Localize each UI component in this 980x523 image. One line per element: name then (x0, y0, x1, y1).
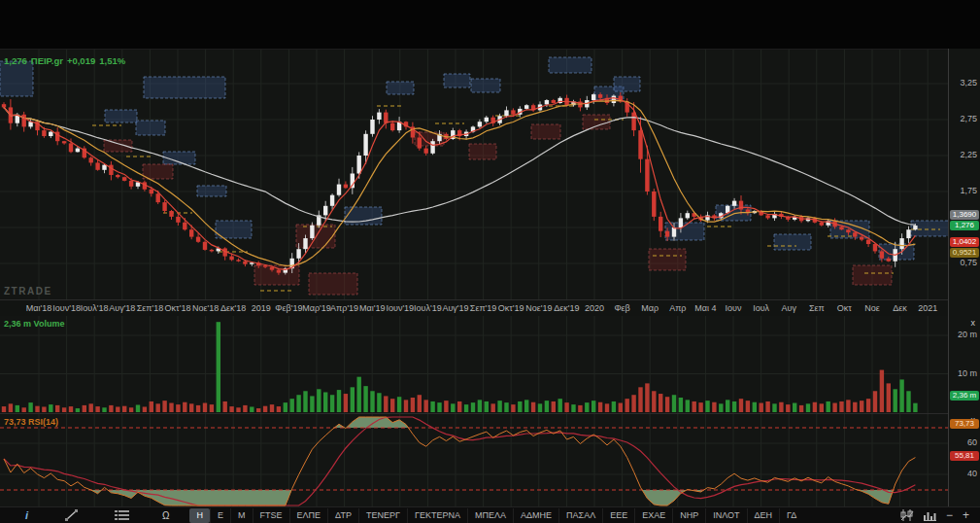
price-chart-canvas[interactable] (0, 50, 949, 300)
bar-chart-icon (924, 510, 936, 521)
date-label: Δεκ'19 (554, 303, 579, 313)
ticker-symbol: ΠΕΙΡ.gr (31, 55, 63, 66)
symbol-tab-Μ[interactable]: Μ (230, 508, 253, 523)
rsi-signal-line (4, 417, 915, 506)
trendline-tool-button[interactable] (59, 508, 84, 522)
last-price: 1,276 (4, 55, 27, 66)
symbol-tab-ΓΔ[interactable]: ΓΔ (779, 508, 803, 523)
candlestick-chart-icon (900, 509, 914, 521)
symbol-tab-Η[interactable]: Η (189, 508, 211, 523)
rsi-canvas[interactable] (0, 414, 949, 508)
chart-view-controls: − + (896, 508, 974, 522)
trendline-icon (65, 509, 78, 521)
price-badge: 1,3690 (950, 210, 979, 220)
symbol-tab-FTSE[interactable]: FTSE (253, 508, 289, 523)
price-badge: 0,9521 (950, 248, 979, 258)
date-label: Δεκ'18 (220, 303, 246, 313)
rsi-name: RSI(14) (28, 417, 58, 427)
symbol-tab-ΕΕΕ[interactable]: ΕΕΕ (602, 508, 634, 523)
grid-icon (115, 510, 129, 520)
price-tick: 2,75 (960, 114, 977, 123)
price-tick: 0,75 (960, 258, 977, 267)
symbol-tab-ΤΕΝΕΡΓ[interactable]: ΤΕΝΕΡΓ (358, 508, 407, 523)
symbol-tab-ΕΛΠΕ[interactable]: ΕΛΠΕ (289, 508, 328, 523)
date-label: Μαι'19 (359, 303, 385, 313)
symbol-tab-ΔΤΡ[interactable]: ΔΤΡ (327, 508, 358, 523)
rsi-tick: 40 (967, 469, 977, 478)
date-label: Ιουν'19 (386, 303, 414, 313)
volume-canvas[interactable] (0, 316, 949, 413)
candlestick-view-button[interactable] (896, 508, 919, 522)
date-label: Ιουν (726, 303, 742, 313)
date-label: Δεκ (893, 303, 907, 313)
symbol-tab-ΝΗΡ[interactable]: ΝΗΡ (672, 508, 705, 523)
watchlist-grid-button[interactable] (109, 508, 135, 522)
volume-close-button[interactable]: x (971, 319, 976, 328)
rsi-value: 73,73 (4, 417, 26, 427)
date-label: Νοε (864, 303, 880, 313)
price-tick: 3,25 (960, 78, 977, 87)
symbol-tab-ΕΧΑΕ[interactable]: ΕΧΑΕ (634, 508, 672, 523)
date-label: Νοε'18 (192, 303, 219, 313)
date-label: 2021 (918, 303, 937, 313)
price-badge: 1,0402 (950, 237, 979, 247)
right-value-axis[interactable]: 3,252,752,251,750,751,36901,2761,04020,9… (948, 49, 980, 507)
date-label: Μαρ'19 (302, 303, 331, 313)
date-label: Μαι 4 (694, 303, 716, 313)
date-label: 2019 (252, 303, 271, 313)
symbol-tab-ΙΝΛΟΤ[interactable]: ΙΝΛΟΤ (705, 508, 746, 523)
rsi-pane: 73,73 RSI(14) (0, 413, 980, 508)
date-label: Αυγ'18 (109, 303, 135, 313)
supply-demand-zones (0, 57, 949, 295)
zoom-out-button[interactable]: − (941, 508, 958, 522)
date-label: Ιουν'18 (52, 303, 81, 313)
volume-tick: 20 m (958, 330, 977, 339)
symbol-tab-ΜΠΕΛΑ[interactable]: ΜΠΕΛΑ (467, 508, 513, 523)
volume-badge: 2,36 m (950, 391, 979, 401)
date-label: Ιουλ'19 (414, 303, 442, 313)
bottom-toolbar: i Ω ΗΕΜFTSEΕΛΠΕΔΤΡΤΕΝΕΡΓΓΕΚΤΕΡΝΑΜΠΕΛΑΑΔΜ… (0, 506, 980, 523)
rsi-tick: 60 (967, 437, 977, 447)
rsi-label: 73,73 RSI(14) (4, 417, 58, 427)
date-label: Μαι'18 (26, 303, 51, 313)
date-label: Αυγ (781, 303, 795, 313)
price-chart-pane: 1,276ΠΕΙΡ.gr+0,0191,51% ZTRADE (0, 49, 980, 300)
date-label: Οκτ (837, 303, 852, 313)
date-label: Νοε'19 (525, 303, 552, 313)
symbol-tab-ΑΔΜΗΕ[interactable]: ΑΔΜΗΕ (513, 508, 558, 523)
date-label: Απρ (669, 303, 686, 313)
date-label: Αυγ'19 (442, 303, 468, 313)
price-change: +0,019 (67, 55, 95, 66)
rsi-badge: 55,81 (950, 451, 979, 461)
zoom-in-button[interactable]: + (958, 508, 974, 522)
trading-app-window: 1,276ΠΕΙΡ.gr+0,0191,51% ZTRADE Μαι'18Ιου… (0, 0, 980, 523)
date-label: Φεβ (614, 303, 629, 313)
volume-tick: 10 m (958, 368, 977, 378)
date-label: Οκτ'18 (165, 303, 191, 313)
date-label: Σεπ'19 (470, 303, 497, 313)
date-label: 2020 (585, 303, 604, 313)
price-change-pct: 1,51% (99, 55, 125, 66)
symbol-tab-ΓΕΚΤΕΡΝΑ[interactable]: ΓΕΚΤΕΡΝΑ (407, 508, 467, 523)
date-label: Ιουλ'18 (81, 303, 109, 313)
symbol-tab-ΔΕΗ[interactable]: ΔΕΗ (747, 508, 780, 523)
date-label: Φεβ'19 (275, 303, 302, 313)
volume-value: 2,36 m (4, 319, 31, 329)
rsi-extreme-fills (91, 417, 894, 506)
date-label: Μαρ (641, 303, 659, 313)
volume-pane: 2,36 m Volume (0, 316, 980, 413)
volume-grid (0, 316, 949, 413)
info-button[interactable]: i (19, 508, 34, 522)
omega-button[interactable]: Ω (156, 508, 175, 522)
volume-view-button[interactable] (919, 508, 941, 522)
price-badge: 1,276 (950, 221, 979, 230)
symbol-tab-ΠΑΣΑΛ[interactable]: ΠΑΣΑΛ (558, 508, 602, 523)
symbol-tabs: ΗΕΜFTSEΕΛΠΕΔΤΡΤΕΝΕΡΓΓΕΚΤΕΡΝΑΜΠΕΛΑΑΔΜΗΕΠΑ… (189, 507, 804, 523)
symbol-tab-Ε[interactable]: Ε (210, 508, 230, 523)
price-tick: 1,75 (960, 186, 977, 195)
date-label: Απρ'19 (330, 303, 358, 313)
date-label: Σεπ (809, 303, 825, 313)
date-label: Σεπ'18 (137, 303, 164, 313)
volume-name: Volume (34, 319, 65, 329)
date-label: Ιουλ (753, 303, 769, 313)
